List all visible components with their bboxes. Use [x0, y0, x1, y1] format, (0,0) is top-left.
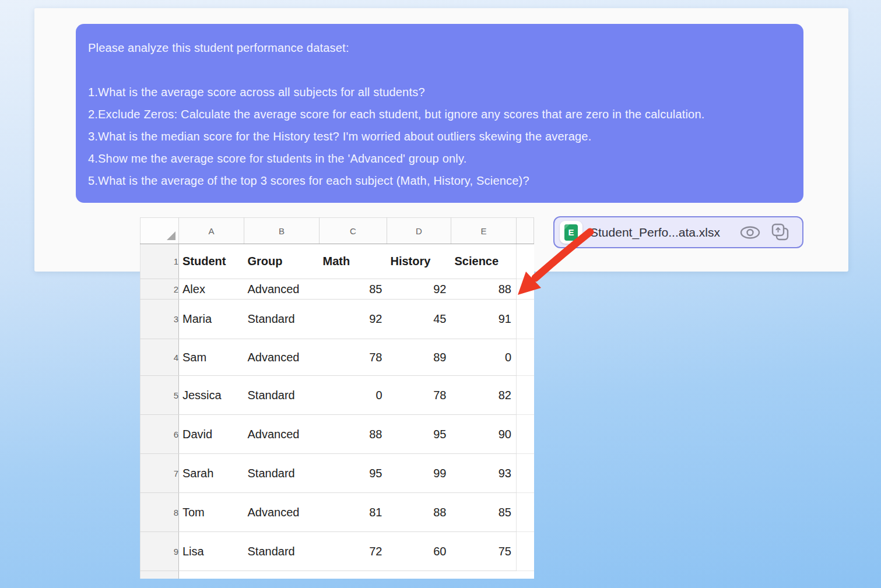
question-line: 3.What is the median score for the Histo…: [88, 125, 789, 147]
message-blank-line: [88, 59, 789, 81]
cell-student: Student: [179, 244, 244, 279]
row-number: 8: [141, 493, 179, 532]
sheet-header-row: 1StudentGroupMathHistoryScience: [141, 244, 534, 279]
cell-student: Tom: [179, 493, 244, 532]
cell-science: 75: [451, 532, 517, 571]
column-letter: B: [244, 218, 320, 244]
cell-student: Lisa: [179, 532, 244, 571]
cell-math: 88: [320, 415, 387, 454]
column-letter-partial: [517, 218, 534, 244]
cell-science: 82: [451, 376, 517, 415]
cell-science: 93: [451, 454, 517, 493]
row-number: 6: [141, 415, 179, 454]
message-questions: 1.What is the average score across all s…: [88, 81, 789, 192]
cell-history: 45: [387, 300, 451, 339]
cell-student: Sarah: [179, 454, 244, 493]
cell-math: 92: [320, 300, 387, 339]
cell-history: History: [387, 244, 451, 279]
sheet-row: 6DavidAdvanced889590: [141, 415, 534, 454]
cell-group: Standard: [244, 300, 320, 339]
copy-icon[interactable]: [771, 223, 789, 242]
cell-history: 60: [387, 532, 451, 571]
question-line: 4.Show me the average score for students…: [88, 147, 789, 170]
spreadsheet: ABCDE 1StudentGroupMathHistoryScience2Al…: [140, 217, 533, 579]
attachment-chip[interactable]: E Student_Perfo...ata.xlsx: [553, 216, 803, 248]
question-line: 1.What is the average score across all s…: [88, 81, 789, 103]
excel-file-letter: E: [568, 227, 574, 237]
cell-group: Standard: [244, 532, 320, 571]
cell-history: 99: [387, 454, 451, 493]
sheet-row: 8TomAdvanced818885: [141, 493, 534, 532]
cell-math: 78: [320, 339, 387, 376]
row-number: [141, 571, 179, 579]
cell-math: 85: [320, 279, 387, 300]
cell-group: Advanced: [244, 415, 320, 454]
cell-math: 72: [320, 532, 387, 571]
sheet-row: 2AlexAdvanced859288: [141, 279, 534, 300]
cell-history: 92: [387, 279, 451, 300]
question-line: 5.What is the average of the top 3 score…: [88, 170, 789, 192]
cell-math: 95: [320, 454, 387, 493]
sheet-row: 4SamAdvanced78890: [141, 339, 534, 376]
cell-group: Advanced: [244, 279, 320, 300]
page-background: Please analyze this student performance …: [0, 0, 881, 588]
excel-file-page-icon: E: [564, 224, 578, 241]
row-number: 3: [141, 300, 179, 339]
cell-overflow: [517, 454, 534, 493]
sheet-row: 9LisaStandard726075: [141, 532, 534, 571]
column-letter: A: [179, 218, 244, 244]
cell-student: Jessica: [179, 376, 244, 415]
cell-overflow: [517, 279, 534, 300]
cell-history: 88: [387, 493, 451, 532]
cell-science: 85: [451, 493, 517, 532]
attachment-filename: Student_Perfo...ata.xlsx: [590, 226, 739, 240]
cell-group: Standard: [244, 376, 320, 415]
excel-file-icon: E: [560, 221, 582, 244]
cell-math: 0: [320, 376, 387, 415]
cell-overflow: [517, 493, 534, 532]
cell-overflow: [517, 339, 534, 376]
cell-history: 78: [387, 376, 451, 415]
sheet-row: 7SarahStandard959993: [141, 454, 534, 493]
sheet-row: 5JessicaStandard07882: [141, 376, 534, 415]
cell-science: 0: [451, 339, 517, 376]
select-all-triangle-icon: [167, 231, 176, 240]
cell-math: 81: [320, 493, 387, 532]
row-number: 9: [141, 532, 179, 571]
cell-student: David: [179, 415, 244, 454]
column-letter: E: [451, 218, 517, 244]
cell-overflow: [517, 532, 534, 571]
question-line: 2.Exclude Zeros: Calculate the average s…: [88, 103, 789, 125]
cell-group: Group: [244, 244, 320, 279]
column-letter: C: [320, 218, 387, 244]
cell-science: 91: [451, 300, 517, 339]
column-letters-row: ABCDE: [141, 218, 534, 244]
eye-icon[interactable]: [739, 225, 761, 240]
cell-history: 95: [387, 415, 451, 454]
cell-group: Standard: [244, 454, 320, 493]
select-all-corner: [141, 218, 179, 244]
row-number: 5: [141, 376, 179, 415]
cell-group: Advanced: [244, 493, 320, 532]
cell-student: Maria: [179, 300, 244, 339]
cell-group: Advanced: [244, 339, 320, 376]
sheet-row: 3MariaStandard924591: [141, 300, 534, 339]
cell-overflow: [517, 376, 534, 415]
cell-science: 88: [451, 279, 517, 300]
attachment-actions: [739, 223, 789, 242]
cell-overflow: [517, 244, 534, 279]
cell-math: Math: [320, 244, 387, 279]
partial-cells: [179, 571, 534, 579]
user-message-bubble: Please analyze this student performance …: [76, 24, 803, 203]
spreadsheet-grid: ABCDE 1StudentGroupMathHistoryScience2Al…: [140, 217, 534, 579]
sheet-partial-row: [141, 571, 534, 579]
column-letter: D: [387, 218, 451, 244]
cell-student: Alex: [179, 279, 244, 300]
row-number: 1: [141, 244, 179, 279]
cell-overflow: [517, 415, 534, 454]
row-number: 7: [141, 454, 179, 493]
cell-overflow: [517, 300, 534, 339]
cell-history: 89: [387, 339, 451, 376]
message-intro: Please analyze this student performance …: [88, 37, 789, 59]
cell-science: Science: [451, 244, 517, 279]
